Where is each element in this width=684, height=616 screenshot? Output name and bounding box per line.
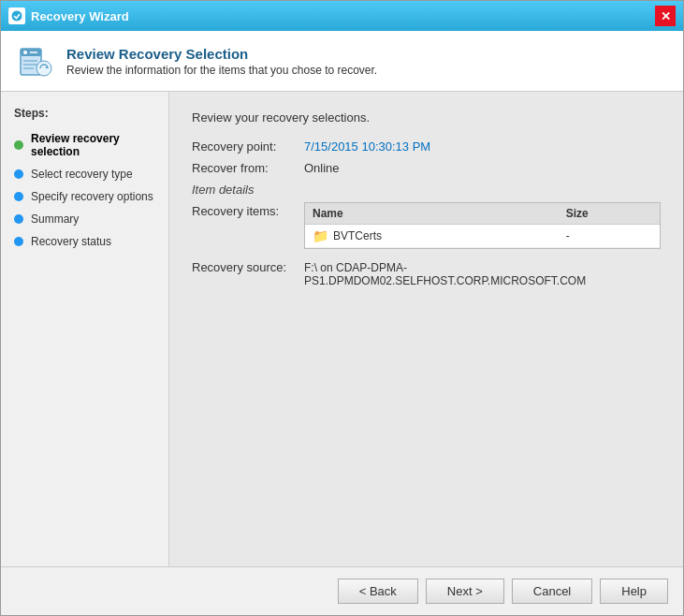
step-dot-blue-4	[14, 237, 23, 246]
item-details-section: Item details Recovery items: Name Size	[192, 183, 661, 287]
recovery-point-value: 7/15/2015 10:30:13 PM	[304, 139, 430, 154]
step-dot-blue-3	[14, 214, 23, 224]
step-dot-green	[14, 140, 23, 150]
back-button[interactable]: < Back	[338, 579, 418, 604]
content-area: Review your recovery selections. Recover…	[169, 92, 683, 566]
title-bar-left: Recovery Wizard	[8, 7, 129, 24]
cancel-button[interactable]: Cancel	[512, 579, 592, 604]
step-dot-blue-1	[14, 169, 23, 179]
app-icon	[8, 7, 25, 24]
sidebar-item-summary[interactable]: Summary	[1, 208, 168, 230]
page-subtitle: Review the information for the items tha…	[66, 64, 377, 77]
table-cell-name: 📁 BVTCerts	[305, 225, 559, 248]
recovery-items-row: Recovery items: Name Size	[192, 202, 661, 249]
sidebar-item-recovery-status[interactable]: Recovery status	[1, 230, 168, 253]
col-header-size: Size	[559, 203, 660, 225]
title-bar: Recovery Wizard ✕	[1, 1, 683, 31]
help-button[interactable]: Help	[600, 579, 668, 604]
sidebar-item-label: Review recovery selection	[31, 132, 155, 158]
recovery-items-table: Name Size 📁 BVTCerts	[305, 203, 660, 248]
col-header-name: Name	[305, 203, 559, 225]
sidebar-item-select-recovery-type[interactable]: Select recovery type	[1, 163, 168, 185]
table-header-row: Name Size	[305, 203, 660, 225]
recovery-source-row: Recovery source: F:\ on CDAP-DPMA-PS1.DP…	[192, 260, 661, 287]
recover-from-label: Recover from:	[192, 161, 304, 175]
close-button[interactable]: ✕	[655, 6, 676, 26]
recovery-point-label: Recovery point:	[192, 139, 304, 154]
svg-point-8	[36, 61, 51, 76]
table-cell-size: -	[559, 225, 660, 248]
sidebar-item-label: Specify recovery options	[31, 190, 153, 203]
recover-from-value: Online	[304, 161, 340, 175]
recovery-point-row: Recovery point: 7/15/2015 10:30:13 PM	[192, 139, 661, 154]
header-text: Review Recovery Selection Review the inf…	[66, 46, 377, 77]
content-intro: Review your recovery selections.	[192, 110, 661, 125]
recover-from-row: Recover from: Online	[192, 161, 661, 175]
header-area: Review Recovery Selection Review the inf…	[1, 31, 683, 92]
folder-cell: 📁 BVTCerts	[313, 228, 551, 243]
footer: < Back Next > Cancel Help	[1, 566, 683, 615]
table-row[interactable]: 📁 BVTCerts -	[305, 225, 660, 248]
header-icon	[16, 42, 53, 80]
sidebar-item-specify-recovery-options[interactable]: Specify recovery options	[1, 185, 168, 208]
svg-point-3	[23, 51, 27, 54]
recovery-wizard-window: Recovery Wizard ✕ Review Recovery Sele	[0, 0, 684, 616]
next-button[interactable]: Next >	[426, 579, 504, 604]
page-title: Review Recovery Selection	[66, 46, 377, 62]
recovery-items-label: Recovery items:	[192, 202, 304, 218]
recovery-source-label: Recovery source:	[192, 260, 304, 274]
sidebar-item-label: Recovery status	[31, 235, 111, 248]
steps-label: Steps:	[1, 107, 168, 127]
main-body: Steps: Review recovery selection Select …	[1, 92, 683, 566]
recovery-source-value: F:\ on CDAP-DPMA-PS1.DPMDOM02.SELFHOST.C…	[304, 261, 661, 287]
item-details-title: Item details	[192, 183, 661, 197]
sidebar-item-label: Summary	[31, 213, 79, 226]
window-title: Recovery Wizard	[31, 9, 129, 23]
svg-point-0	[11, 10, 22, 22]
folder-icon: 📁	[313, 228, 328, 243]
sidebar-item-review-recovery-selection[interactable]: Review recovery selection	[1, 127, 168, 163]
step-dot-blue-2	[14, 192, 23, 201]
sidebar-item-label: Select recovery type	[31, 168, 133, 181]
folder-name: BVTCerts	[333, 229, 382, 242]
items-table-container: Name Size 📁 BVTCerts	[304, 202, 661, 249]
sidebar: Steps: Review recovery selection Select …	[1, 92, 169, 566]
